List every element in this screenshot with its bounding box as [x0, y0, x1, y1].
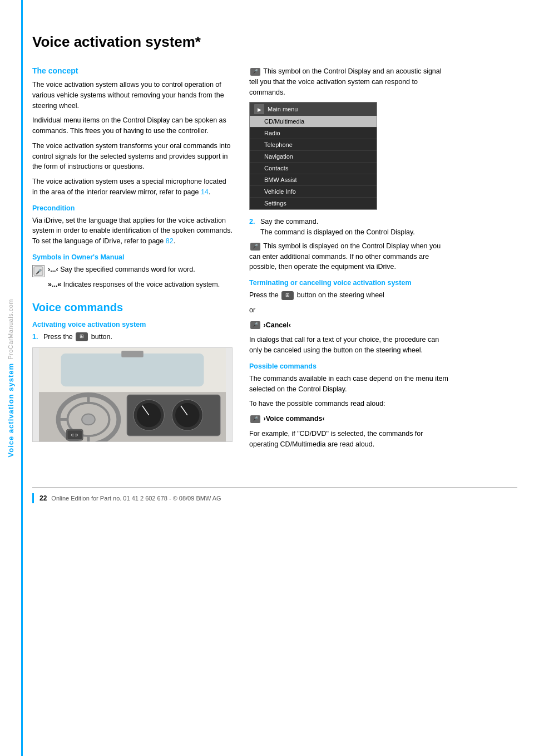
- press-button-icon: [76, 332, 88, 341]
- terminating-p3: In dialogs that call for a text of your …: [249, 335, 449, 356]
- svg-point-16: [175, 403, 199, 427]
- svg-point-9: [82, 414, 95, 425]
- menu-title-icon: ▶: [254, 104, 264, 114]
- svg-text:▶: ▶: [258, 107, 261, 112]
- page-title: Voice activation system*: [32, 33, 517, 51]
- menu-title-bar: ▶ Main menu: [250, 102, 377, 116]
- menu-title-text: Main menu: [268, 106, 298, 112]
- menu-item-2: Telephone: [250, 139, 377, 151]
- sidebar: ProCarManuals.com Voice activation syste…: [0, 0, 21, 756]
- page-footer: 22 Online Edition for Part no. 01 41 2 6…: [32, 487, 517, 503]
- possible-heading: Possible commands: [249, 362, 449, 370]
- concept-heading: The concept: [32, 66, 233, 75]
- two-col-layout: The concept The voice activation system …: [32, 66, 517, 454]
- concept-p4: The voice activation system uses a speci…: [32, 176, 233, 198]
- step-2-label: 2.: [249, 217, 260, 238]
- mic-possible-icon: 🎤: [250, 415, 260, 423]
- mic-intro-icon: 🎤: [250, 68, 260, 76]
- precondition-text: Via iDrive, set the language that applie…: [32, 215, 233, 247]
- menu-item-1: Radio: [250, 127, 377, 139]
- menu-item-7: Settings: [250, 198, 377, 209]
- watermark-text: ProCarManuals.com: [7, 299, 14, 360]
- symbol-intro: 🎤 This symbol on the Control Display and…: [249, 66, 449, 97]
- step-2-item: 2. Say the command. The command is displ…: [249, 217, 449, 238]
- concept-p3: The voice activation system transforms y…: [32, 141, 233, 172]
- symbol-icon-1: 🎤: [32, 265, 44, 277]
- footer-text: Online Edition for Part no. 01 41 2 602 …: [51, 495, 221, 502]
- main-content: Voice activation system* The concept The…: [21, 0, 534, 756]
- car-image: ≪: [32, 347, 233, 442]
- sidebar-combined: ProCarManuals.com Voice activation syste…: [7, 299, 15, 457]
- step-2-content: Say the command. The command is displaye…: [260, 217, 415, 238]
- terminating-p1: Press the button on the steering wheel: [249, 290, 449, 301]
- symbol-indent-text: »...« Indicates responses of the voice a…: [48, 279, 233, 290]
- menu-items-list: CD/Multimedia Radio Telephone Navigation…: [250, 116, 377, 209]
- menu-item-5: BMW Assist: [250, 174, 377, 186]
- step-1-text: Press the button.: [43, 332, 112, 342]
- control-display-menu: ▶ Main menu CD/Multimedia Radio Telephon…: [249, 102, 377, 210]
- left-column: The concept The voice activation system …: [32, 66, 233, 454]
- possible-p3: For example, if "CD/DVD" is selected, th…: [249, 429, 449, 450]
- menu-item-6: Vehicle Info: [250, 186, 377, 198]
- mic-cancel-icon: 🎤: [250, 321, 260, 329]
- terminating-or: or: [249, 305, 449, 316]
- terminating-heading: Terminating or canceling voice activatio…: [249, 279, 449, 287]
- concept-p1: The voice activation system allows you t…: [32, 80, 233, 111]
- sidebar-label: Voice activation system: [7, 363, 15, 457]
- possible-p1: The commands available in each case depe…: [249, 374, 449, 395]
- symbol-1-text: ›...‹ Say the specified commands word fo…: [48, 264, 233, 275]
- concept-p2: Individual menu items on the Control Dis…: [32, 115, 233, 136]
- accent-bar: [21, 0, 23, 756]
- possible-p2: To have the possible commands read aloud…: [249, 399, 449, 409]
- activating-heading: Activating voice activation system: [32, 321, 233, 328]
- step-2-text: Say the command.: [260, 217, 415, 227]
- footer-bar: [32, 493, 34, 503]
- menu-item-3: Navigation: [250, 151, 377, 163]
- svg-text:⊂⊃: ⊂⊃: [71, 433, 78, 438]
- menu-item-4: Contacts: [250, 163, 377, 174]
- step-1-item: 1. Press the button.: [32, 332, 233, 342]
- menu-item-0: CD/Multimedia: [250, 116, 377, 127]
- symbols-heading: Symbols in Owner's Manual: [32, 253, 233, 261]
- right-column: 🎤 This symbol on the Control Display and…: [249, 66, 449, 454]
- mic-additional-icon: 🎤: [250, 243, 260, 251]
- voice-commands-title: Voice commands: [32, 301, 233, 314]
- svg-rect-21: [121, 351, 144, 357]
- svg-rect-20: [61, 354, 204, 386]
- possible-voice-cmd: 🎤 ›Voice commands‹: [249, 414, 449, 424]
- additional-cmd-text: 🎤 This symbol is displayed on the Contro…: [249, 241, 449, 272]
- step-2-sub: The command is displayed on the Control …: [260, 227, 415, 238]
- terminating-cancel: 🎤 ›Cancel‹: [249, 320, 449, 331]
- page-number: 22: [39, 494, 47, 502]
- precondition-heading: Precondition: [32, 204, 233, 212]
- terminating-button-icon: [281, 291, 294, 300]
- svg-text:🎤: 🎤: [36, 268, 42, 275]
- step-1-label: 1.: [32, 332, 43, 342]
- symbol-item-1: 🎤 ›...‹ Say the specified commands word …: [32, 264, 233, 277]
- page-container: ProCarManuals.com Voice activation syste…: [0, 0, 534, 756]
